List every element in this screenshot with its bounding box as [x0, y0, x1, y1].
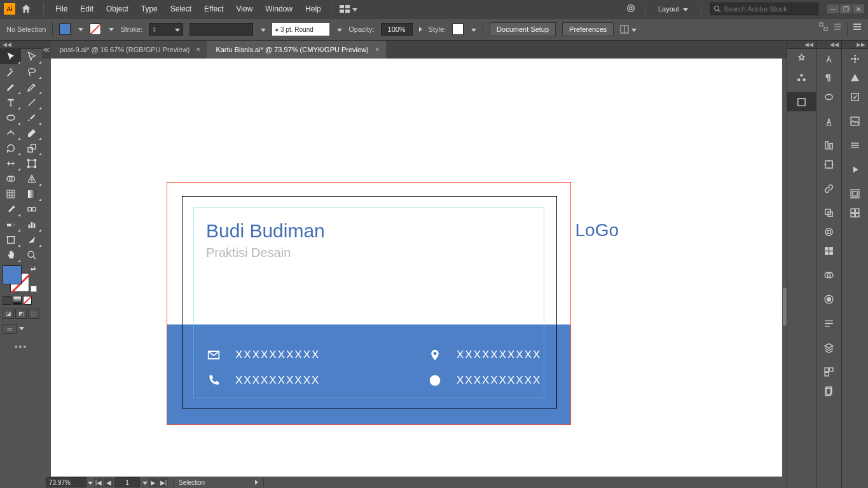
stroke-panel-icon[interactable] — [816, 222, 841, 241]
ellipse-tool[interactable] — [0, 110, 21, 125]
preferences-button[interactable]: Preferences — [562, 22, 614, 36]
menu-edit[interactable]: Edit — [75, 2, 99, 16]
css-properties-panel-icon[interactable] — [842, 203, 868, 222]
lasso-tool[interactable] — [21, 64, 42, 80]
menu-type[interactable]: Type — [136, 2, 163, 16]
collapse-panel-icon[interactable]: ◀◀ — [830, 41, 839, 48]
fill-color[interactable] — [3, 265, 22, 284]
screen-mode[interactable]: ▭ — [3, 324, 17, 334]
next-artboard[interactable]: ▶ — [149, 478, 158, 487]
menu-file[interactable]: File — [50, 2, 72, 16]
selection-tool[interactable] — [0, 49, 21, 64]
perspective-grid-tool[interactable] — [21, 171, 42, 186]
shape-builder-tool[interactable] — [0, 171, 21, 186]
gradient-mode[interactable] — [13, 296, 22, 305]
actions-panel-icon[interactable] — [842, 160, 868, 179]
text-wrap-panel-icon[interactable] — [816, 314, 841, 333]
layers-panel-icon[interactable] — [816, 338, 841, 357]
swap-fill-stroke-icon[interactable]: ⇄ — [31, 265, 37, 272]
document-tab[interactable]: Kartu Bisnis.ai* @ 73.97% (CMYK/GPU Prev… — [207, 41, 385, 59]
free-transform-tool[interactable] — [21, 156, 42, 171]
artboards-list-icon[interactable] — [816, 381, 841, 400]
line-tool[interactable] — [21, 95, 42, 110]
blend-tool[interactable] — [21, 202, 42, 217]
fill-stroke-control[interactable] — [3, 265, 29, 292]
default-fill-stroke-icon[interactable] — [31, 286, 37, 292]
artboards-panel-icon[interactable] — [787, 92, 816, 111]
links-panel-icon[interactable] — [816, 179, 841, 198]
transform-panel-icon[interactable] — [819, 22, 828, 36]
color-panel-icon[interactable] — [842, 49, 868, 68]
align-obj-icon[interactable] — [816, 136, 841, 155]
canvas[interactable]: Budi Budiman Praktisi Desain LoGo XXXXXX… — [42, 59, 787, 477]
close-icon[interactable]: × — [375, 45, 380, 54]
draw-normal[interactable]: ◪ — [3, 309, 14, 319]
swatches-panel-icon[interactable] — [816, 241, 841, 260]
brush-definition[interactable]: ● 3 pt. Round — [272, 23, 329, 36]
menu-window[interactable]: Window — [260, 2, 298, 16]
appearance-panel-icon[interactable] — [816, 289, 841, 309]
libraries-panel-icon[interactable] — [787, 68, 816, 87]
workspace-switcher[interactable]: Layout — [654, 4, 692, 14]
app-icon[interactable]: Ai — [4, 3, 15, 15]
menu-select[interactable]: Select — [165, 2, 196, 16]
restore-button[interactable]: ❐ — [840, 4, 851, 13]
stock-search[interactable] — [710, 3, 818, 15]
direct-selection-tool[interactable] — [21, 49, 42, 64]
collapse-panel-icon[interactable]: ◀◀ — [804, 41, 813, 48]
screen-mode-dropdown[interactable] — [18, 324, 24, 334]
color-mode[interactable] — [3, 296, 11, 305]
minimize-button[interactable]: — — [827, 4, 839, 13]
menu-effect[interactable]: Effect — [199, 2, 228, 16]
asset-export-panel-icon[interactable] — [816, 362, 841, 381]
graphic-style[interactable] — [452, 24, 464, 35]
color-guide-panel-icon[interactable] — [842, 68, 868, 87]
artboard-dropdown[interactable] — [141, 479, 148, 486]
document-setup-button[interactable]: Document Setup — [490, 22, 556, 36]
type-tool[interactable] — [0, 95, 21, 110]
style-dropdown[interactable] — [470, 25, 476, 33]
edit-toolbar[interactable]: ••• — [0, 337, 42, 357]
mesh-tool[interactable] — [0, 186, 21, 202]
draw-behind[interactable]: ◩ — [15, 309, 27, 319]
none-mode[interactable] — [23, 296, 32, 305]
scale-tool[interactable] — [21, 141, 42, 156]
pathfinder-panel-icon[interactable] — [816, 203, 841, 222]
close-icon[interactable]: × — [196, 45, 200, 54]
artboard-tool[interactable] — [0, 232, 21, 247]
zoom-tool[interactable] — [21, 247, 42, 263]
menu-help[interactable]: Help — [300, 2, 326, 16]
rotate-tool[interactable] — [0, 141, 21, 156]
control-menu-icon[interactable] — [853, 22, 862, 36]
brush-dropdown[interactable] — [336, 25, 342, 33]
transform-panel-icon[interactable] — [816, 155, 841, 174]
graphic-styles-panel-icon[interactable] — [842, 184, 868, 203]
status-menu[interactable] — [255, 479, 258, 486]
character-panel-icon[interactable] — [816, 49, 841, 68]
stroke-dropdown[interactable] — [107, 26, 114, 32]
fill-dropdown[interactable] — [77, 26, 83, 32]
zoom-dropdown[interactable] — [86, 479, 93, 486]
first-artboard[interactable]: |◀ — [94, 478, 103, 487]
collapse-tools-icon[interactable]: ◀◀ — [3, 41, 11, 48]
variable-width-profile[interactable] — [189, 23, 253, 36]
opentype-panel-icon[interactable] — [816, 87, 841, 106]
brushes-panel-icon[interactable] — [842, 136, 868, 155]
properties-panel-icon[interactable] — [787, 49, 816, 68]
close-button[interactable]: ✕ — [853, 4, 864, 13]
arrange-documents-icon[interactable] — [340, 5, 357, 13]
hand-tool[interactable] — [0, 247, 21, 263]
width-tool[interactable] — [0, 156, 21, 171]
opacity-slider[interactable] — [419, 25, 422, 33]
tabs-scroll-icon[interactable]: ≪ — [42, 41, 51, 59]
collapse-panel-icon[interactable]: ▶▶ — [857, 41, 865, 48]
document-tab[interactable]: post-9.ai* @ 16.67% (RGB/GPU Preview) × — [51, 41, 207, 59]
shaper-tool[interactable] — [0, 125, 21, 141]
gradient-tool[interactable] — [21, 186, 42, 202]
stroke-swatch[interactable] — [90, 24, 101, 35]
curvature-tool[interactable] — [21, 80, 42, 95]
column-graph-tool[interactable] — [21, 217, 42, 232]
last-artboard[interactable]: ▶| — [159, 478, 168, 487]
pen-tool[interactable] — [0, 80, 21, 95]
stock-search-input[interactable] — [724, 5, 813, 13]
